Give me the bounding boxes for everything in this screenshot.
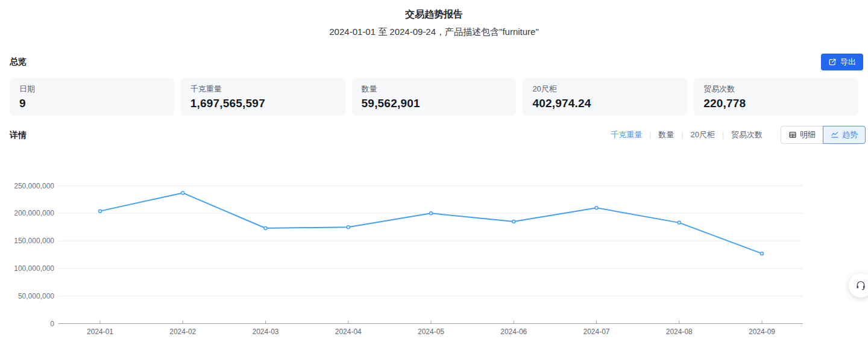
export-button-label: 导出 <box>840 57 856 67</box>
overview-heading: 总览 <box>10 57 27 67</box>
tab-separator: | <box>722 131 724 139</box>
stat-value: 1,697,565,597 <box>190 97 336 110</box>
details-heading: 详情 <box>10 130 27 141</box>
svg-text:0: 0 <box>50 320 54 328</box>
svg-text:2024-02: 2024-02 <box>169 328 196 336</box>
stat-label: 千克重量 <box>190 84 336 95</box>
svg-text:2024-08: 2024-08 <box>666 328 693 336</box>
tab-trade-count[interactable]: 贸易次数 <box>731 129 763 140</box>
stat-label: 日期 <box>19 84 165 95</box>
stat-card-kg-weight: 千克重量 1,697,565,597 <box>181 78 345 116</box>
help-fab-button[interactable] <box>849 273 868 297</box>
trend-line-icon <box>831 131 839 139</box>
view-toggle-group: 明细 趋势 <box>781 126 866 144</box>
trend-line-chart: 050,000,000100,000,000150,000,000200,000… <box>0 163 868 354</box>
svg-text:200,000,000: 200,000,000 <box>14 209 54 217</box>
metric-tabs: 千克重量 | 数量 | 20尺柜 | 贸易次数 <box>611 129 763 140</box>
trend-chart-canvas: 050,000,000100,000,000150,000,000200,000… <box>0 163 868 354</box>
stat-card-trade-count: 贸易次数 220,778 <box>694 78 858 116</box>
stat-value: 9 <box>19 97 165 110</box>
stat-card-date: 日期 9 <box>10 78 174 116</box>
headset-icon <box>855 280 866 291</box>
stat-value: 402,974.24 <box>532 97 678 110</box>
detail-view-label: 明细 <box>800 129 816 140</box>
svg-text:2024-05: 2024-05 <box>418 328 444 336</box>
stat-label: 20尺柜 <box>532 84 678 95</box>
tab-separator: | <box>681 131 683 139</box>
svg-text:150,000,000: 150,000,000 <box>14 237 54 245</box>
svg-text:2024-03: 2024-03 <box>252 328 278 336</box>
svg-text:2024-04: 2024-04 <box>335 328 362 336</box>
export-icon <box>828 58 837 66</box>
stat-label: 贸易次数 <box>703 84 849 95</box>
tab-quantity[interactable]: 数量 <box>658 129 674 140</box>
svg-text:250,000,000: 250,000,000 <box>14 182 54 190</box>
trend-view-button[interactable]: 趋势 <box>823 126 866 144</box>
page-subtitle: 2024-01-01 至 2024-09-24，产品描述包含"furniture… <box>0 26 868 38</box>
stat-card-teu: 20尺柜 402,974.24 <box>523 78 687 116</box>
svg-text:2024-01: 2024-01 <box>87 328 113 336</box>
page-title: 交易趋势报告 <box>0 8 868 21</box>
overview-cards: 日期 9 千克重量 1,697,565,597 数量 59,562,901 20… <box>10 78 858 116</box>
trend-view-label: 趋势 <box>842 129 858 140</box>
stat-value: 59,562,901 <box>362 97 507 110</box>
trade-trend-report-page: 交易趋势报告 2024-01-01 至 2024-09-24，产品描述包含"fu… <box>0 0 868 354</box>
stat-label: 数量 <box>362 84 507 95</box>
detail-view-button[interactable]: 明细 <box>781 126 823 144</box>
svg-text:2024-07: 2024-07 <box>583 328 609 336</box>
stat-card-quantity: 数量 59,562,901 <box>352 78 517 116</box>
svg-text:100,000,000: 100,000,000 <box>14 264 54 273</box>
stat-value: 220,778 <box>703 97 849 110</box>
svg-text:2024-06: 2024-06 <box>500 328 527 336</box>
tab-teu[interactable]: 20尺柜 <box>690 129 714 140</box>
table-icon <box>788 131 797 139</box>
svg-text:50,000,000: 50,000,000 <box>18 292 54 300</box>
tab-kg-weight[interactable]: 千克重量 <box>611 129 642 140</box>
details-controls: 千克重量 | 数量 | 20尺柜 | 贸易次数 明细 <box>611 126 866 144</box>
tab-separator: | <box>649 131 651 139</box>
export-button[interactable]: 导出 <box>821 54 863 70</box>
svg-text:2024-09: 2024-09 <box>749 328 775 336</box>
